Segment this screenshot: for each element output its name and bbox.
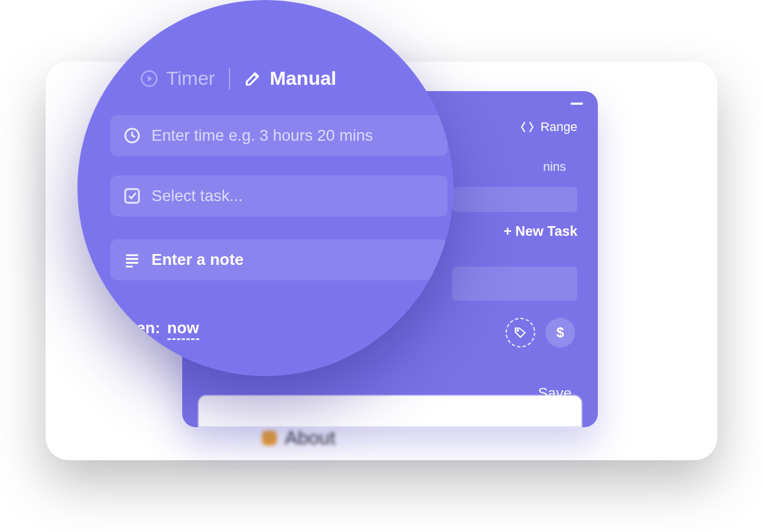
note-input-placeholder: Enter a note (151, 251, 244, 269)
panel-note-slot[interactable] (452, 267, 577, 301)
panel-bottom-sheet (198, 395, 582, 427)
tag-icon (507, 319, 534, 346)
tab-timer-label: Timer (166, 67, 215, 89)
background-list-item: About (262, 427, 335, 449)
tab-separator (229, 68, 230, 89)
tab-manual-label: Manual (270, 67, 337, 89)
task-select-placeholder: Select task... (151, 187, 243, 205)
panel-input-slot[interactable] (452, 187, 577, 212)
play-icon (140, 69, 158, 88)
time-input-placeholder: Enter time e.g. 3 hours 20 mins (151, 126, 373, 145)
range-icon (520, 120, 535, 134)
tag-button[interactable] (506, 318, 535, 347)
range-label: Range (540, 120, 577, 134)
tab-manual[interactable]: Manual (244, 67, 337, 89)
note-input[interactable]: Enter a note (110, 239, 448, 280)
tab-timer[interactable]: Timer (140, 67, 215, 89)
range-toggle[interactable]: Range (520, 120, 577, 134)
svg-point-0 (517, 330, 519, 332)
billable-button[interactable]: $ (545, 318, 575, 347)
minimize-button[interactable] (571, 103, 583, 105)
time-input[interactable]: Enter time e.g. 3 hours 20 mins (110, 115, 448, 156)
svg-rect-3 (125, 189, 139, 203)
zoom-lens: Timer Manual Enter time e.g. 3 hours 20 … (77, 0, 453, 376)
time-placeholder-tail: nins (543, 159, 566, 174)
edit-icon (244, 69, 262, 88)
tab-bar: Timer Manual (140, 67, 337, 89)
task-select[interactable]: Select task... (110, 175, 448, 216)
when-value[interactable]: now (167, 319, 199, 340)
note-icon (123, 251, 141, 269)
dollar-icon: $ (556, 325, 564, 341)
clock-icon (123, 126, 141, 145)
background-item-label: About (285, 427, 335, 449)
new-task-button[interactable]: + New Task (503, 223, 577, 239)
check-icon (123, 187, 141, 205)
folder-dot-icon (262, 431, 277, 445)
